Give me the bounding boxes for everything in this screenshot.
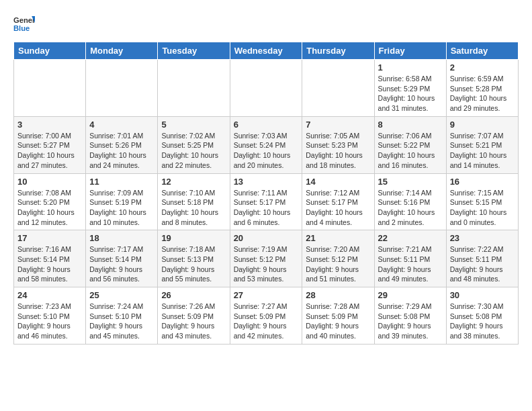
weekday-header: Wednesday	[230, 42, 302, 60]
calendar-cell: 23Sunrise: 7:22 AM Sunset: 5:11 PM Dayli…	[446, 230, 518, 287]
weekday-header: Friday	[374, 42, 446, 60]
calendar-cell: 5Sunrise: 7:02 AM Sunset: 5:25 PM Daylig…	[158, 116, 230, 173]
day-info: Sunrise: 6:59 AM Sunset: 5:28 PM Dayligh…	[450, 74, 515, 113]
day-info: Sunrise: 7:14 AM Sunset: 5:16 PM Dayligh…	[378, 188, 443, 228]
calendar-week-row: 1Sunrise: 6:58 AM Sunset: 5:29 PM Daylig…	[14, 60, 519, 117]
day-number: 26	[161, 290, 226, 300]
calendar-cell: 9Sunrise: 7:07 AM Sunset: 5:21 PM Daylig…	[446, 116, 518, 173]
calendar-cell: 21Sunrise: 7:20 AM Sunset: 5:12 PM Dayli…	[302, 230, 374, 287]
day-number: 30	[450, 290, 515, 300]
day-number: 29	[378, 290, 443, 300]
day-info: Sunrise: 7:19 AM Sunset: 5:12 PM Dayligh…	[234, 244, 299, 284]
day-number: 27	[234, 290, 299, 300]
day-number: 9	[450, 120, 515, 130]
calendar-cell: 17Sunrise: 7:16 AM Sunset: 5:14 PM Dayli…	[14, 230, 86, 287]
day-info: Sunrise: 7:01 AM Sunset: 5:26 PM Dayligh…	[89, 131, 154, 171]
weekday-header: Monday	[86, 42, 158, 60]
calendar-week-row: 24Sunrise: 7:23 AM Sunset: 5:10 PM Dayli…	[14, 287, 519, 345]
day-info: Sunrise: 7:22 AM Sunset: 5:11 PM Dayligh…	[450, 244, 515, 284]
day-info: Sunrise: 7:21 AM Sunset: 5:11 PM Dayligh…	[378, 244, 443, 284]
logo: GeneralBlue	[13, 13, 35, 35]
day-info: Sunrise: 7:11 AM Sunset: 5:17 PM Dayligh…	[234, 188, 299, 228]
day-number: 10	[17, 177, 82, 187]
day-info: Sunrise: 7:00 AM Sunset: 5:27 PM Dayligh…	[17, 131, 82, 171]
day-info: Sunrise: 7:10 AM Sunset: 5:18 PM Dayligh…	[161, 188, 226, 228]
day-number: 8	[378, 120, 443, 130]
calendar-cell: 30Sunrise: 7:30 AM Sunset: 5:08 PM Dayli…	[446, 287, 518, 345]
day-info: Sunrise: 7:16 AM Sunset: 5:14 PM Dayligh…	[17, 244, 82, 284]
weekday-header: Saturday	[446, 42, 518, 60]
calendar-cell: 27Sunrise: 7:27 AM Sunset: 5:09 PM Dayli…	[230, 287, 302, 345]
calendar-week-row: 10Sunrise: 7:08 AM Sunset: 5:20 PM Dayli…	[14, 173, 519, 230]
calendar-cell: 28Sunrise: 7:28 AM Sunset: 5:09 PM Dayli…	[302, 287, 374, 345]
day-info: Sunrise: 7:12 AM Sunset: 5:17 PM Dayligh…	[306, 188, 370, 228]
calendar-week-row: 3Sunrise: 7:00 AM Sunset: 5:27 PM Daylig…	[14, 116, 519, 173]
day-info: Sunrise: 7:08 AM Sunset: 5:20 PM Dayligh…	[17, 188, 82, 228]
day-info: Sunrise: 7:29 AM Sunset: 5:08 PM Dayligh…	[378, 302, 443, 341]
day-number: 19	[161, 233, 226, 243]
day-info: Sunrise: 6:58 AM Sunset: 5:29 PM Dayligh…	[378, 74, 443, 113]
day-number: 17	[17, 233, 82, 243]
day-info: Sunrise: 7:07 AM Sunset: 5:21 PM Dayligh…	[450, 131, 515, 171]
day-number: 7	[306, 120, 370, 130]
calendar-cell: 13Sunrise: 7:11 AM Sunset: 5:17 PM Dayli…	[230, 173, 302, 230]
day-number: 12	[161, 177, 226, 187]
calendar-cell: 8Sunrise: 7:06 AM Sunset: 5:22 PM Daylig…	[374, 116, 446, 173]
day-number: 16	[450, 177, 515, 187]
calendar-cell: 25Sunrise: 7:24 AM Sunset: 5:10 PM Dayli…	[86, 287, 158, 345]
day-info: Sunrise: 7:28 AM Sunset: 5:09 PM Dayligh…	[306, 302, 370, 341]
calendar-cell: 6Sunrise: 7:03 AM Sunset: 5:24 PM Daylig…	[230, 116, 302, 173]
day-number: 22	[378, 233, 443, 243]
day-number: 15	[378, 177, 443, 187]
calendar-cell: 3Sunrise: 7:00 AM Sunset: 5:27 PM Daylig…	[14, 116, 86, 173]
day-number: 11	[89, 177, 154, 187]
calendar-cell	[230, 60, 302, 117]
day-number: 25	[89, 290, 154, 300]
calendar-cell: 18Sunrise: 7:17 AM Sunset: 5:14 PM Dayli…	[86, 230, 158, 287]
calendar-cell: 7Sunrise: 7:05 AM Sunset: 5:23 PM Daylig…	[302, 116, 374, 173]
day-info: Sunrise: 7:18 AM Sunset: 5:13 PM Dayligh…	[161, 244, 226, 284]
calendar-table: SundayMondayTuesdayWednesdayThursdayFrid…	[13, 42, 519, 345]
calendar-cell	[86, 60, 158, 117]
day-number: 5	[161, 120, 226, 130]
day-number: 14	[306, 177, 370, 187]
calendar-cell: 4Sunrise: 7:01 AM Sunset: 5:26 PM Daylig…	[86, 116, 158, 173]
day-number: 13	[234, 177, 299, 187]
day-info: Sunrise: 7:17 AM Sunset: 5:14 PM Dayligh…	[89, 244, 154, 284]
calendar-cell: 26Sunrise: 7:26 AM Sunset: 5:09 PM Dayli…	[158, 287, 230, 345]
svg-text:Blue: Blue	[13, 24, 30, 32]
day-number: 3	[17, 120, 82, 130]
weekday-header-row: SundayMondayTuesdayWednesdayThursdayFrid…	[14, 42, 519, 60]
day-info: Sunrise: 7:06 AM Sunset: 5:22 PM Dayligh…	[378, 131, 443, 171]
day-number: 6	[234, 120, 299, 130]
day-number: 21	[306, 233, 370, 243]
day-info: Sunrise: 7:26 AM Sunset: 5:09 PM Dayligh…	[161, 302, 226, 341]
day-info: Sunrise: 7:24 AM Sunset: 5:10 PM Dayligh…	[89, 302, 154, 341]
weekday-header: Thursday	[302, 42, 374, 60]
day-info: Sunrise: 7:30 AM Sunset: 5:08 PM Dayligh…	[450, 302, 515, 341]
day-info: Sunrise: 7:02 AM Sunset: 5:25 PM Dayligh…	[161, 131, 226, 171]
day-info: Sunrise: 7:09 AM Sunset: 5:19 PM Dayligh…	[89, 188, 154, 228]
calendar-cell: 24Sunrise: 7:23 AM Sunset: 5:10 PM Dayli…	[14, 287, 86, 345]
weekday-header: Tuesday	[158, 42, 230, 60]
calendar-cell: 19Sunrise: 7:18 AM Sunset: 5:13 PM Dayli…	[158, 230, 230, 287]
calendar-cell: 12Sunrise: 7:10 AM Sunset: 5:18 PM Dayli…	[158, 173, 230, 230]
page-header: GeneralBlue	[13, 13, 519, 35]
day-number: 4	[89, 120, 154, 130]
calendar-cell: 22Sunrise: 7:21 AM Sunset: 5:11 PM Dayli…	[374, 230, 446, 287]
weekday-header: Sunday	[14, 42, 86, 60]
calendar-week-row: 17Sunrise: 7:16 AM Sunset: 5:14 PM Dayli…	[14, 230, 519, 287]
day-info: Sunrise: 7:03 AM Sunset: 5:24 PM Dayligh…	[234, 131, 299, 171]
day-number: 18	[89, 233, 154, 243]
day-info: Sunrise: 7:05 AM Sunset: 5:23 PM Dayligh…	[306, 131, 370, 171]
day-number: 2	[450, 62, 515, 73]
calendar-cell: 2Sunrise: 6:59 AM Sunset: 5:28 PM Daylig…	[446, 60, 518, 117]
day-number: 24	[17, 290, 82, 300]
calendar-cell: 20Sunrise: 7:19 AM Sunset: 5:12 PM Dayli…	[230, 230, 302, 287]
calendar-cell: 1Sunrise: 6:58 AM Sunset: 5:29 PM Daylig…	[374, 60, 446, 117]
calendar-cell: 29Sunrise: 7:29 AM Sunset: 5:08 PM Dayli…	[374, 287, 446, 345]
calendar-cell	[302, 60, 374, 117]
calendar-cell: 11Sunrise: 7:09 AM Sunset: 5:19 PM Dayli…	[86, 173, 158, 230]
day-number: 1	[378, 62, 443, 73]
day-number: 23	[450, 233, 515, 243]
